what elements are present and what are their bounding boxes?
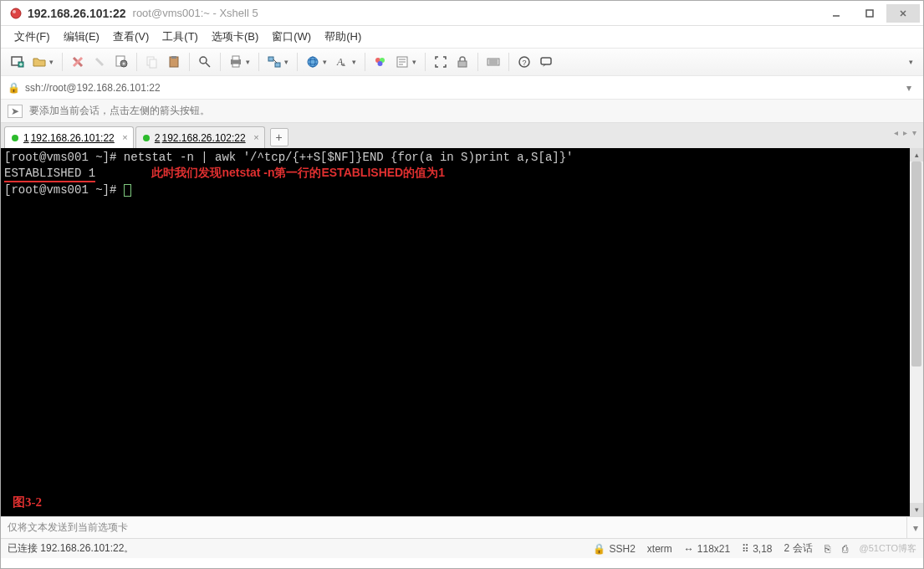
status-connected: 已连接 192.168.26.101:22。 [8, 541, 581, 556]
address-dropdown-icon[interactable]: ▾ [901, 82, 916, 94]
transfer-dropdown-icon[interactable]: ▾ [284, 58, 288, 66]
svg-point-24 [308, 57, 318, 67]
svg-rect-22 [268, 57, 273, 61]
font-icon[interactable]: A▴ [332, 52, 352, 72]
status-caps: ⎘ [824, 543, 830, 555]
send-input[interactable]: 仅将文本发送到当前选项卡 [1, 520, 906, 535]
menu-file[interactable]: 文件(F) [9, 28, 55, 46]
prompt: [root@vms001 ~]# [4, 151, 124, 164]
svg-point-12 [123, 63, 125, 65]
tab-label: 192.168.26.101:22 [31, 132, 115, 144]
watermark: @51CTO博客 [860, 542, 916, 555]
svg-text:▴: ▴ [342, 60, 345, 68]
new-session-icon[interactable] [8, 52, 28, 72]
lock-indicator-icon: 🔒 [8, 82, 20, 94]
paste-icon[interactable] [164, 52, 184, 72]
tab-number: 1 [23, 132, 29, 144]
cursor-icon [124, 184, 131, 197]
session-tab-1[interactable]: 1 192.168.26.101:22 × [4, 126, 134, 148]
status-dot-icon [143, 135, 150, 141]
tab-close-icon[interactable]: × [122, 132, 127, 142]
figure-label: 图3-2 [13, 495, 42, 510]
svg-rect-20 [232, 56, 239, 60]
print-dropdown-icon[interactable]: ▾ [246, 58, 250, 66]
open-icon[interactable] [29, 52, 49, 72]
titlebar: 192.168.26.101:22 root@vms001:~ - Xshell… [1, 1, 923, 26]
globe-dropdown-icon[interactable]: ▾ [323, 58, 327, 66]
copy-icon[interactable] [142, 52, 162, 72]
menubar: 文件(F) 编辑(E) 查看(V) 工具(T) 选项卡(B) 窗口(W) 帮助(… [1, 26, 923, 48]
chat-icon[interactable] [536, 52, 556, 72]
tab-prev-icon[interactable]: ◂ [892, 128, 900, 137]
close-button[interactable] [886, 4, 920, 23]
menu-tools[interactable]: 工具(T) [157, 28, 203, 46]
hint-text: 要添加当前会话，点击左侧的箭头按钮。 [29, 104, 210, 118]
minimize-button[interactable] [819, 4, 853, 23]
hint-bar: ➤ 要添加当前会话，点击左侧的箭头按钮。 [1, 100, 923, 123]
menu-edit[interactable]: 编辑(E) [59, 28, 105, 46]
scroll-up-icon[interactable]: ▴ [910, 148, 923, 161]
menu-help[interactable]: 帮助(H) [319, 28, 366, 46]
svg-rect-16 [171, 56, 176, 59]
reconnect-icon[interactable] [68, 52, 88, 72]
menu-view[interactable]: 查看(V) [108, 28, 154, 46]
disconnect-icon[interactable] [89, 52, 110, 72]
app-icon [9, 7, 23, 20]
status-dot-icon [12, 135, 18, 141]
new-tab-button[interactable]: + [270, 128, 288, 146]
scroll-track[interactable] [910, 161, 923, 503]
transfer-icon[interactable] [264, 52, 284, 72]
fullscreen-icon[interactable] [431, 52, 451, 72]
output-established: ESTABLISHED 1 [4, 166, 95, 182]
prompt: [root@vms001 ~]# [4, 183, 124, 197]
tab-close-icon[interactable]: × [253, 132, 258, 142]
svg-rect-3 [866, 10, 873, 17]
toolbar-overflow-icon[interactable]: ▾ [909, 58, 913, 66]
scroll-down-icon[interactable]: ▾ [910, 503, 923, 516]
svg-line-18 [206, 63, 210, 67]
tab-bar: 1 192.168.26.101:22 × 2 192.168.26.102:2… [1, 123, 923, 148]
script-icon[interactable] [392, 52, 412, 72]
help-icon[interactable]: ? [514, 52, 534, 72]
svg-point-0 [11, 8, 21, 18]
lock-icon[interactable] [452, 52, 472, 72]
print-icon[interactable] [226, 52, 246, 72]
globe-icon[interactable] [303, 52, 323, 72]
status-num: ⎙ [842, 543, 848, 555]
status-size: ↔ 118x21 [684, 543, 730, 555]
svg-text:?: ? [523, 59, 527, 67]
maximize-button[interactable] [853, 4, 886, 23]
open-dropdown-icon[interactable]: ▾ [49, 58, 54, 66]
menu-window[interactable]: 窗口(W) [267, 28, 316, 46]
status-termtype: xterm [647, 543, 672, 555]
add-session-arrow-icon[interactable]: ➤ [8, 105, 23, 118]
session-tab-2[interactable]: 2 192.168.26.102:22 × [135, 126, 265, 148]
properties-icon[interactable] [111, 52, 131, 72]
address-bar: 🔒 ssh://root@192.168.26.101:22 ▾ [1, 76, 923, 100]
font-dropdown-icon[interactable]: ▾ [352, 58, 356, 66]
color-icon[interactable] [370, 52, 391, 72]
svg-rect-32 [458, 61, 467, 67]
tab-label: 192.168.26.102:22 [161, 132, 245, 144]
status-cursor-pos: ⠿ 3,18 [742, 543, 772, 555]
window-title-main: 192.168.26.101:22 [28, 7, 126, 20]
status-sessions: 2 会话 [784, 541, 813, 556]
status-protocol: 🔒 SSH2 [593, 543, 635, 555]
tab-list-icon[interactable]: ▾ [911, 128, 918, 137]
address-text[interactable]: ssh://root@192.168.26.101:22 [25, 82, 901, 94]
scrollbar-vertical[interactable]: ▴ ▾ [910, 148, 923, 516]
svg-rect-14 [150, 59, 156, 68]
scroll-thumb[interactable] [911, 161, 921, 367]
terminal-area: [root@vms001 ~]# netstat -n | awk '/^tcp… [1, 148, 923, 516]
svg-rect-23 [275, 63, 280, 67]
send-dropdown-icon[interactable]: ▾ [906, 517, 923, 538]
terminal[interactable]: [root@vms001 ~]# netstat -n | awk '/^tcp… [1, 148, 910, 516]
keyboard-icon[interactable] [483, 52, 503, 72]
annotation-text: 此时我们发现netstat -n第一行的ESTABLISHED的值为1 [151, 166, 445, 179]
tab-number: 2 [155, 132, 161, 144]
script-dropdown-icon[interactable]: ▾ [412, 58, 416, 66]
tab-next-icon[interactable]: ▸ [901, 128, 909, 137]
menu-tabs[interactable]: 选项卡(B) [207, 28, 263, 46]
find-icon[interactable] [195, 52, 215, 72]
toolbar: ▾ ▾ ▾ ▾ A▴ ▾ ▾ ? ▾ [1, 48, 923, 76]
